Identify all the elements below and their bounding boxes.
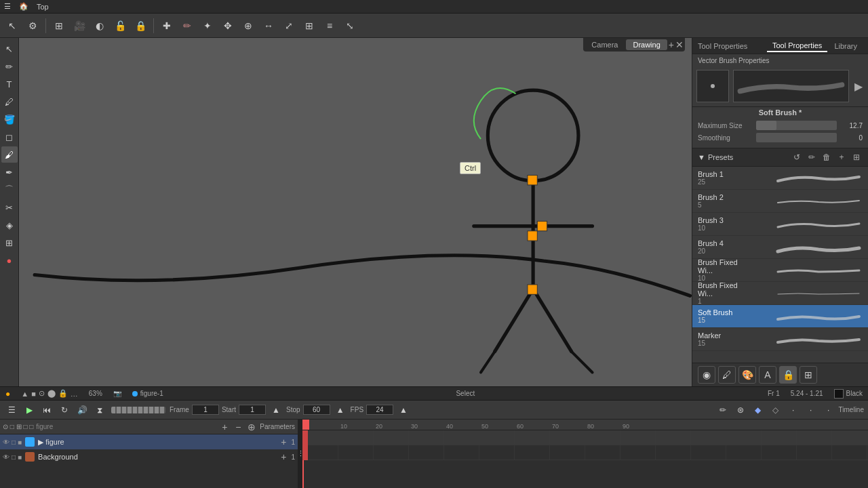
tl-stop-step[interactable]: ▲ — [333, 403, 348, 418]
tl-prev-btn[interactable]: ⏮ — [39, 403, 54, 418]
camera-btn[interactable]: 🎥 — [70, 16, 89, 35]
brush-select-btn[interactable]: ✏ — [178, 16, 197, 35]
canvas-area[interactable]: Camera Drawing + ✕ — [19, 38, 692, 386]
presets-grid-btn[interactable]: ⊞ — [850, 151, 863, 163]
move-btn[interactable]: ↔ — [259, 16, 278, 35]
onion-btn[interactable]: ◐ — [90, 16, 109, 35]
add-btn[interactable]: ✚ — [157, 16, 176, 35]
tl-start-step[interactable]: ▲ — [269, 403, 283, 418]
tl-menu-btn[interactable]: ☰ — [4, 403, 19, 418]
tl-dot2-btn[interactable]: · — [804, 403, 818, 418]
remove-layer-btn[interactable]: − — [233, 422, 243, 432]
brush-item-0[interactable]: Brush 1 25 — [692, 167, 868, 190]
layer-more-btn[interactable]: ⊕ — [246, 422, 257, 432]
tool-eyedropper[interactable]: 🖊 — [1, 94, 18, 110]
layer-background[interactable]: 👁 □ ■ Background + 1 — [0, 449, 298, 464]
brush-item-2[interactable]: Brush 3 10 — [692, 213, 868, 236]
layer-figure[interactable]: 👁 □ ■ ▶ figure + 1 — [0, 434, 298, 449]
tl-draw-btn[interactable]: ✏ — [715, 403, 730, 418]
tab-library[interactable]: Library — [829, 40, 863, 52]
status-square-btn[interactable]: ■ — [31, 390, 36, 398]
stop-input[interactable] — [303, 405, 330, 415]
grid-icon-btn[interactable]: ⊞ — [800, 366, 817, 384]
timeline-tracks[interactable] — [302, 430, 868, 488]
tl-anim-btn[interactable]: ⊛ — [733, 403, 748, 418]
tab-tool-properties[interactable]: Tool Properties — [767, 40, 827, 52]
presets-add-btn[interactable]: + — [835, 151, 848, 163]
brush-item-1[interactable]: Brush 2 5 — [692, 190, 868, 213]
tool-text[interactable]: T — [1, 76, 18, 92]
brush-item-7[interactable]: Marker 15 — [692, 328, 868, 351]
lock-icon-btn[interactable]: 🔒 — [779, 366, 797, 384]
presets-reload-btn[interactable]: ↺ — [791, 151, 803, 163]
tl-loop-btn[interactable]: ↻ — [57, 403, 72, 418]
tool-bucket[interactable]: 🪣 — [1, 111, 18, 127]
brush-preview-next[interactable]: ▶ — [853, 80, 864, 93]
layer-bg-lock-icon[interactable]: □ — [12, 453, 16, 461]
text-btn[interactable]: A — [759, 366, 776, 384]
tl-fps-btn[interactable]: ⧗ — [92, 403, 107, 418]
status-more-btn[interactable]: … — [71, 390, 78, 398]
presets-trash-btn[interactable]: 🗑 — [821, 151, 833, 163]
add-layer-btn[interactable]: + — [219, 422, 230, 432]
settings-btn[interactable]: ⚙ — [23, 16, 42, 35]
status-up-btn[interactable]: ▲ — [21, 390, 28, 398]
transform-btn[interactable]: ⤢ — [279, 16, 298, 35]
tool-arrow[interactable]: ↖ — [1, 41, 18, 57]
tool-pencil[interactable]: ✏ — [1, 58, 18, 75]
presets-collapse-icon[interactable]: ▼ — [698, 153, 705, 161]
brush-item-3[interactable]: Brush 4 20 — [692, 236, 868, 259]
layer-bg-add-btn[interactable]: + — [278, 451, 289, 462]
tl-key2-btn[interactable]: ◇ — [768, 403, 783, 418]
tl-play-btn[interactable]: ▶ — [22, 403, 37, 418]
track-background[interactable] — [302, 445, 868, 460]
layer-figure-add-btn[interactable]: + — [278, 436, 289, 447]
status-lock-btn[interactable]: 🔒 — [58, 389, 68, 398]
fps-input[interactable] — [366, 405, 393, 415]
max-size-slider[interactable] — [756, 121, 837, 130]
tool-grid[interactable]: ⊞ — [1, 235, 18, 251]
tool-pen[interactable]: ✒ — [1, 164, 18, 180]
status-record-btn[interactable]: ⬤ — [47, 389, 56, 398]
tool-eraser[interactable]: ◻ — [1, 129, 18, 145]
select-tool-btn[interactable]: ↖ — [3, 16, 22, 35]
eraser-btn[interactable]: ✦ — [198, 16, 217, 35]
brush-item-6[interactable]: Soft Brush 15 — [692, 305, 868, 328]
tl-fps-step[interactable]: ▲ — [396, 403, 411, 418]
brush-item-6-size: 15 — [698, 317, 745, 324]
layer-vis-icon[interactable]: 👁 — [3, 439, 9, 446]
frame-input[interactable] — [192, 405, 219, 415]
tl-key-btn[interactable]: ◆ — [751, 403, 766, 418]
tool-stamp[interactable]: ◈ — [1, 217, 18, 233]
grab2-btn[interactable]: ⊕ — [239, 16, 258, 35]
eyedropper-btn[interactable]: 🖊 — [718, 366, 736, 384]
app-menu-icon[interactable]: ☰ — [4, 2, 11, 11]
prop-section: Maximum Size 12.7 Smoothing 0 — [692, 118, 868, 148]
track-figure[interactable] — [302, 430, 868, 445]
smoothing-slider[interactable] — [756, 133, 837, 142]
color-wheel-btn[interactable]: ◉ — [698, 366, 715, 384]
presets-edit-btn[interactable]: ✏ — [806, 151, 818, 163]
tool-bezier[interactable]: ⌒ — [1, 182, 18, 198]
grid-btn[interactable]: ⊞ — [50, 16, 68, 35]
layer-lock-icon[interactable]: □ — [12, 439, 16, 446]
grab-btn[interactable]: ✥ — [218, 16, 237, 35]
transform2-btn[interactable]: ⊞ — [300, 16, 319, 35]
status-dot-btn[interactable]: ⊙ — [39, 389, 45, 398]
tl-audio-btn[interactable]: 🔊 — [75, 403, 90, 418]
tool-delete[interactable]: ✂ — [1, 199, 18, 216]
layer-bg-vis-icon[interactable]: 👁 — [3, 453, 9, 461]
brush-item-4[interactable]: Brush Fixed Wi... 10 — [692, 259, 868, 282]
brush-item-5[interactable]: Brush Fixed Wi... 1 — [692, 282, 868, 305]
align-btn[interactable]: ≡ — [320, 16, 339, 35]
tool-color[interactable]: ● — [1, 252, 18, 268]
tl-dot-btn[interactable]: · — [786, 403, 801, 418]
expand-btn[interactable]: ⤡ — [340, 16, 359, 35]
tl-dot3-btn[interactable]: · — [821, 403, 836, 418]
palette-btn[interactable]: 🎨 — [738, 366, 756, 384]
lock-btn[interactable]: 🔓 — [111, 16, 130, 35]
start-input[interactable] — [239, 405, 266, 415]
ruler-50: 50 — [481, 423, 488, 430]
lock2-btn[interactable]: 🔒 — [131, 16, 150, 35]
tool-brush[interactable]: 🖌 — [1, 146, 18, 163]
